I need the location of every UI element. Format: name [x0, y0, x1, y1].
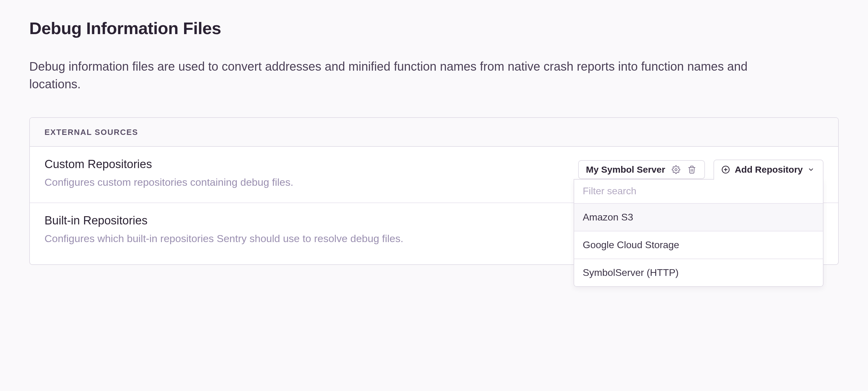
panel-header: EXTERNAL SOURCES [30, 118, 838, 147]
add-repository-button[interactable]: Add Repository [713, 160, 824, 180]
symbol-server-label: My Symbol Server [586, 164, 665, 175]
chevron-down-icon [808, 166, 814, 173]
symbol-server-pill[interactable]: My Symbol Server [578, 160, 705, 179]
dropdown-option-symbolserver-http[interactable]: SymbolServer (HTTP) [574, 259, 823, 286]
custom-repositories-controls: My Symbol Server Add Repository [578, 160, 824, 180]
filter-search-input[interactable] [582, 185, 815, 197]
builtin-repositories-title: Built-in Repositories [44, 214, 661, 227]
page-title: Debug Information Files [29, 18, 839, 38]
trash-icon[interactable] [687, 164, 697, 175]
plus-circle-icon [721, 165, 730, 174]
custom-repositories-row: Custom Repositories Configures custom re… [30, 147, 838, 203]
custom-repositories-title: Custom Repositories [44, 158, 566, 171]
dropdown-search [574, 180, 823, 204]
dropdown-option-amazon-s3[interactable]: Amazon S3 [574, 204, 823, 231]
page-description: Debug information files are used to conv… [29, 58, 791, 93]
panel-header-label: EXTERNAL SOURCES [44, 128, 138, 137]
add-repository-menu: Amazon S3 Google Cloud Storage SymbolSer… [574, 179, 824, 287]
builtin-repositories-subtitle: Configures which built-in repositories S… [44, 231, 435, 246]
settings-page: Debug Information Files Debug informatio… [0, 0, 868, 265]
svg-point-0 [675, 169, 677, 171]
row-text: Custom Repositories Configures custom re… [44, 158, 578, 190]
gear-icon[interactable] [671, 164, 681, 175]
external-sources-panel: EXTERNAL SOURCES Custom Repositories Con… [29, 117, 839, 265]
add-repository-dropdown: Add Repository Amazon S3 Google Cloud St… [713, 160, 824, 180]
add-repository-label: Add Repository [735, 164, 803, 175]
dropdown-option-google-cloud-storage[interactable]: Google Cloud Storage [574, 231, 823, 259]
custom-repositories-subtitle: Configures custom repositories containin… [44, 175, 435, 190]
